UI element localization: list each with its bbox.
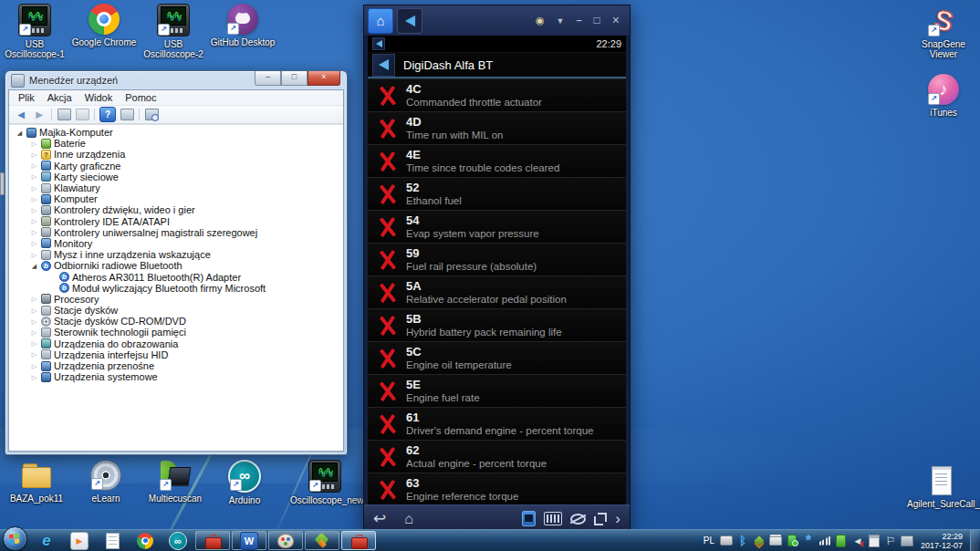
emulator-control-icon[interactable] — [576, 16, 581, 26]
pid-list-item[interactable]: 61 Driver's demand engine - percent torq… — [368, 407, 626, 440]
tray-icon[interactable] — [818, 535, 831, 547]
tree-item[interactable]: Moduł wyliczający Bluetooth firmy Micros… — [9, 283, 343, 294]
desktop-icon[interactable]: USB Oscilloscope-2 — [139, 4, 208, 59]
menu-item[interactable]: Plik — [12, 92, 41, 103]
tray-icon[interactable] — [851, 535, 864, 547]
tree-item[interactable]: Procesory — [9, 294, 343, 305]
pid-list-item[interactable]: 5E Engine fuel rate — [368, 374, 626, 407]
forward-icon[interactable] — [32, 108, 47, 121]
devices-icon[interactable] — [120, 108, 134, 121]
tray-icon[interactable] — [736, 535, 749, 547]
taskbar-app-button[interactable] — [162, 531, 194, 550]
pid-list-item[interactable]: 4E Time since trouble codes cleared — [368, 144, 626, 177]
tree-expander-icon[interactable] — [30, 151, 38, 159]
tree-item[interactable]: Sterownik technologii pamięci — [9, 327, 343, 338]
tree-expander-icon[interactable] — [30, 161, 38, 170]
tree-item[interactable]: Kontrolery IDE ATA/ATAPI — [9, 216, 343, 227]
tree-expander-icon[interactable] — [30, 206, 38, 214]
tree-item[interactable]: Urządzenia systemowe — [9, 371, 343, 382]
tree-item[interactable]: Stacje dysków CD-ROM/DVD — [9, 316, 343, 327]
scan-hardware-icon[interactable] — [144, 108, 159, 121]
desktop-icon[interactable]: Arduino — [210, 460, 279, 505]
tray-icon[interactable] — [868, 535, 881, 547]
tree-item[interactable]: Mysz i inne urządzenia wskazujące — [9, 249, 343, 260]
tray-icon[interactable] — [901, 535, 913, 547]
start-button[interactable] — [3, 526, 27, 551]
tree-expander-icon[interactable] — [30, 328, 38, 337]
tree-item[interactable]: Stacje dysków — [9, 305, 343, 316]
desktop-icon[interactable]: SnapGene Viewer — [909, 5, 978, 59]
tree-expander-icon[interactable] — [30, 295, 38, 303]
desktop-icon[interactable]: Oscilloscope_new — [290, 460, 360, 505]
home-tab-icon[interactable] — [368, 8, 393, 34]
tree-expander-icon[interactable] — [30, 350, 38, 359]
tray-icon[interactable] — [884, 534, 898, 548]
tree-expander-icon[interactable] — [30, 307, 38, 315]
tree-item[interactable]: Karty graficzne — [9, 161, 343, 172]
desktop-icon[interactable]: Multiecuscan — [141, 460, 210, 505]
desktop-icon[interactable]: iTunes — [909, 74, 978, 118]
menu-item[interactable]: Akcja — [41, 92, 78, 103]
emulator-titlebar[interactable] — [364, 5, 630, 36]
pid-list-item[interactable]: 52 Ethanol fuel — [368, 177, 626, 210]
tree-expander-icon[interactable] — [30, 339, 38, 348]
menu-item[interactable]: Pomoc — [119, 92, 162, 103]
tree-expander-icon[interactable] — [30, 239, 38, 247]
taskbar-app-button[interactable] — [96, 531, 129, 550]
desktop-icon[interactable]: eLearn — [71, 460, 141, 505]
emulator-tool-icon[interactable] — [544, 512, 562, 525]
properties-icon[interactable] — [75, 108, 89, 121]
tree-expander-icon[interactable] — [30, 262, 38, 270]
tree-item[interactable]: Odbiorniki radiowe Bluetooth — [9, 260, 343, 271]
tree-item[interactable]: Kontrolery uniwersalnej magistrali szere… — [9, 227, 343, 238]
pid-list-item[interactable]: 63 Engine reference torque — [368, 473, 626, 505]
tree-item[interactable]: Urządzenia interfejsu HID — [9, 349, 343, 360]
emulator-control-icon[interactable] — [536, 16, 545, 26]
tree-item[interactable]: Majka-Komputer — [9, 127, 343, 138]
tray-icon[interactable] — [720, 535, 733, 547]
pid-list-item[interactable]: 5A Relative accelerator pedal position — [368, 276, 626, 308]
taskbar-app-button[interactable] — [30, 531, 63, 550]
pid-list-item[interactable]: 4C Commanded throttle actuator — [368, 78, 626, 111]
help-icon[interactable] — [99, 107, 116, 122]
tray-icon[interactable] — [802, 535, 815, 547]
pid-list-item[interactable]: 5B Hybrid battery pack remaining life — [368, 308, 626, 341]
pid-list-item[interactable]: 59 Fuel rail pressure (absolute) — [368, 243, 626, 276]
tree-expander-icon[interactable] — [30, 317, 38, 326]
desktop-icon[interactable]: Agilent_SureCall_In... — [907, 465, 976, 509]
tree-expander-icon[interactable] — [30, 195, 38, 203]
desktop-icon[interactable]: GitHub Desktop — [208, 4, 277, 59]
close-button[interactable]: × — [308, 71, 340, 86]
pid-list-item[interactable]: 62 Actual engine - percent torque — [368, 440, 626, 473]
back-icon[interactable] — [14, 108, 28, 121]
taskbar-app-button[interactable] — [63, 531, 96, 550]
tree-item[interactable]: Klawiatury — [9, 182, 343, 193]
tree-expander-icon[interactable] — [30, 172, 38, 181]
show-desktop-button[interactable] — [970, 530, 979, 551]
console-icon[interactable] — [57, 108, 71, 121]
taskbar-app-button[interactable] — [305, 531, 339, 550]
tree-expander-icon[interactable] — [30, 140, 38, 148]
clock[interactable]: 22:29 2017-12-07 — [917, 532, 966, 550]
emulator-control-icon[interactable] — [557, 16, 565, 26]
emulator-tool-icon[interactable] — [570, 514, 586, 525]
tree-item[interactable]: Urządzenia do obrazowania — [9, 338, 343, 349]
desktop-icon[interactable]: Google Chrome — [69, 4, 139, 59]
tree-item[interactable]: Baterie — [9, 138, 343, 149]
tray-icon[interactable] — [769, 535, 782, 547]
tree-item[interactable]: Komputer — [9, 193, 343, 204]
tree-item[interactable]: Karty sieciowe — [9, 172, 343, 182]
tree-item[interactable]: Atheros AR3011 Bluetooth(R) Adapter — [9, 271, 343, 282]
digidash-app-tab-icon[interactable] — [397, 8, 422, 34]
home-icon[interactable] — [404, 512, 413, 526]
pid-list-item[interactable]: 54 Evap system vapor pressure — [368, 210, 626, 243]
tray-icon[interactable] — [753, 535, 766, 547]
tree-expander-icon[interactable] — [30, 251, 38, 259]
tree-expander-icon[interactable] — [30, 228, 38, 236]
language-indicator[interactable]: PL — [702, 535, 716, 546]
maximize-button[interactable]: □ — [281, 71, 308, 86]
desktop-icon[interactable]: BAZA_pok11 — [2, 460, 71, 505]
pid-list-item[interactable]: 4D Time run with MIL on — [368, 111, 626, 144]
taskbar-app-button[interactable] — [268, 531, 303, 550]
taskbar-app-button[interactable] — [195, 531, 230, 550]
